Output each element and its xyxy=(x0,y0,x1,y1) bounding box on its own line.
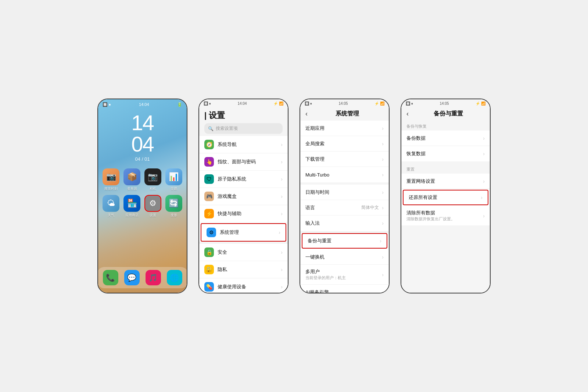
bd-arrow: › xyxy=(483,135,485,141)
sec-arrow: › xyxy=(281,249,283,255)
game-icon: 🎮 xyxy=(204,192,214,201)
item-reset-network[interactable]: 重置网络设置 › xyxy=(401,174,490,189)
status-right-sys: ⚡ 📶 xyxy=(374,101,384,106)
fingerprint-label: 指纹、面部与密码 xyxy=(218,158,279,165)
item-backup[interactable]: 备份与重置 › xyxy=(302,233,387,249)
restore-data-label: 恢复数据 xyxy=(406,150,481,157)
phone-home: 🔲 ♦ 14:04 🔋 1404 04 / 01 📷 闻觉时刻 📦 变形器 📷 … xyxy=(97,99,187,293)
sys-mgmt-title: 系统管理 xyxy=(311,110,384,118)
backup-content: 备份与恢复 备份数据 › 恢复数据 › 重置 重置网络设置 › 还 xyxy=(401,121,490,293)
settings-item-security[interactable]: 🔒 安全 › xyxy=(199,244,288,261)
settings-screen: 🔲 ♦ 14:04 ⚡ 📶 | 设置 🔍 搜索设置项 🧭 系统导航 › 👆 xyxy=(199,99,288,293)
sys-status-bar: 🔲 ♦ 14:05 ⚡ 📶 xyxy=(300,99,389,107)
settings-item-game[interactable]: 🎮 游戏魔盒 › xyxy=(199,188,288,205)
item-download[interactable]: 下载管理 › xyxy=(300,152,389,167)
ra-arrow: › xyxy=(481,195,483,200)
quick-label: 快捷与辅助 xyxy=(218,210,279,217)
language-value: 简体中文 xyxy=(361,204,379,211)
system-arrow: › xyxy=(279,229,280,235)
quick-arrow: › xyxy=(281,211,283,217)
back-button[interactable]: ‹ xyxy=(305,110,308,118)
settings-status-bar: 🔲 ♦ 14:04 ⚡ 📶 xyxy=(199,99,288,107)
clock-date: 04 / 01 xyxy=(98,156,187,162)
app-icon-transform[interactable]: 🔄 变形 xyxy=(165,195,182,218)
item-switch-phone[interactable]: 一键换机 › xyxy=(300,249,389,265)
recent-arrow: › xyxy=(382,125,384,131)
app-icon-settings[interactable]: ⚙ 设置 xyxy=(144,195,162,218)
dock-messages[interactable]: 💬 xyxy=(124,270,140,285)
app-icon-weather[interactable]: 🌤 天气 xyxy=(103,195,120,218)
settings-section-2: 🔒 安全 › 🔐 隐私 › 💊 健康使用设备 › 💾 运存与存储空间 xyxy=(199,244,288,293)
app-icon-transformer[interactable]: 📦 变形器 xyxy=(123,168,141,191)
status-right: ⚡ 📶 xyxy=(273,101,283,106)
status-time-bk: 14:05 xyxy=(440,101,449,106)
backup-header: ‹ 备份与重置 xyxy=(401,107,490,121)
settings-item-fingerprint[interactable]: 👆 指纹、面部与密码 › xyxy=(199,153,288,171)
item-restore-data[interactable]: 恢复数据 › xyxy=(401,146,490,161)
reset-section: 重置网络设置 › 还原所有设置 › 清除所有数据 清除数据并恢复出厂设置。 › xyxy=(401,174,490,225)
sys-top-section: 近期应用 › 全局搜索 › 下载管理 › Multi-Turbo › xyxy=(300,121,389,182)
status-left-icons: 🔲 ♦ xyxy=(103,102,111,107)
app-icon-camera[interactable]: 📷 相机 xyxy=(144,168,162,191)
item-backup-data[interactable]: 备份数据 › xyxy=(401,131,490,146)
input-label: 输入法 xyxy=(305,220,380,227)
settings-item-nav[interactable]: 🧭 系统导航 › xyxy=(199,136,288,153)
home-screen: 🔲 ♦ 14:04 🔋 1404 04 / 01 📷 闻觉时刻 📦 变形器 📷 … xyxy=(98,99,187,293)
dock-music[interactable]: 🎵 xyxy=(146,270,161,285)
home-dock: 📞 💬 🎵 🌐 xyxy=(98,267,187,288)
nav-arrow: › xyxy=(281,142,283,147)
item-input-method[interactable]: 输入法 › xyxy=(300,215,389,231)
phone-settings: 🔲 ♦ 14:04 ⚡ 📶 | 设置 🔍 搜索设置项 🧭 系统导航 › 👆 xyxy=(198,99,288,293)
settings-item-privacy[interactable]: 🛡 原子隐私系统 › xyxy=(199,171,288,188)
item-datetime[interactable]: 日期与时间 › xyxy=(300,185,389,200)
home-status-bar: 🔲 ♦ 14:04 🔋 xyxy=(98,99,187,108)
item-restore-all[interactable]: 还原所有设置 › xyxy=(403,190,488,205)
backup-status-bar: 🔲 ♦ 14:05 ⚡ 📶 xyxy=(401,99,490,107)
input-arrow: › xyxy=(382,220,384,226)
item-language[interactable]: 语言 简体中文 › xyxy=(300,200,389,215)
system-label: 系统管理 xyxy=(220,229,277,236)
switch-phone-label: 一键换机 xyxy=(305,254,380,260)
settings-item-system[interactable]: ⚙ 系统管理 › xyxy=(201,223,286,242)
backup-back-button[interactable]: ‹ xyxy=(406,110,409,118)
ai-arrow: › xyxy=(382,289,384,293)
settings-item-health[interactable]: 💊 健康使用设备 › xyxy=(199,278,288,293)
backup-arrow: › xyxy=(380,238,381,244)
app-icon-appstore[interactable]: 🏪 应用商店 xyxy=(123,195,141,218)
status-right-bk: ⚡ 📶 xyxy=(476,101,485,106)
download-label: 下载管理 xyxy=(305,156,380,163)
phone-system-mgmt: 🔲 ♦ 14:05 ⚡ 📶 ‹ 系统管理 近期应用 › 全局搜索 › 下载管理 xyxy=(300,99,390,293)
system-icon: ⚙ xyxy=(207,228,216,237)
item-clear-all[interactable]: 清除所有数据 清除数据并恢复出厂设置。 › xyxy=(401,206,490,225)
home-clock: 1404 04 / 01 xyxy=(98,108,187,163)
sys-mid-section: 日期与时间 › 语言 简体中文 › 输入法 › xyxy=(300,185,389,231)
item-multi-user[interactable]: 多用户 当前登录的用户：机主 › xyxy=(300,265,389,285)
item-multi-turbo[interactable]: Multi-Turbo › xyxy=(300,167,389,182)
dock-phone[interactable]: 📞 xyxy=(103,270,118,285)
item-global-search[interactable]: 全局搜索 › xyxy=(300,136,389,152)
item-recent-apps[interactable]: 近期应用 › xyxy=(300,121,389,136)
item-ai-service[interactable]: AI服务引擎 › xyxy=(300,285,389,293)
priv-arrow: › xyxy=(281,267,283,272)
search-bar[interactable]: 🔍 搜索设置项 xyxy=(204,123,283,134)
app-icon-gallery[interactable]: 📷 闻觉时刻 xyxy=(103,168,120,191)
rd-arrow: › xyxy=(483,151,485,157)
status-left-bk: 🔲 ♦ xyxy=(406,101,413,106)
multi-user-sub: 当前登录的用户：机主 xyxy=(305,275,380,281)
status-time-sys: 14:05 xyxy=(339,101,348,106)
app-grid: 📷 闻觉时刻 📦 变形器 📷 相机 📊 交易 🌤 天气 🏪 xyxy=(98,163,187,221)
settings-content: 🧭 系统导航 › 👆 指纹、面部与密码 › 🛡 原子隐私系统 › 🎮 游戏魔盒 xyxy=(199,136,288,293)
settings-item-quick[interactable]: ⚡ 快捷与辅助 › xyxy=(199,205,288,222)
health-icon: 💊 xyxy=(204,282,214,292)
security-icon: 🔒 xyxy=(204,247,214,257)
privacy-icon: 🛡 xyxy=(204,174,214,184)
private-label: 隐私 xyxy=(218,266,279,273)
status-left-sys: 🔲 ♦ xyxy=(305,101,312,106)
sys-bottom-section: 备份与重置 › 一键换机 › 多用户 当前登录的用户：机主 › AI服务引擎 › xyxy=(300,233,389,293)
dock-browser[interactable]: 🌐 xyxy=(167,270,182,285)
multi-turbo-label: Multi-Turbo xyxy=(305,172,380,178)
settings-item-private[interactable]: 🔐 隐私 › xyxy=(199,261,288,278)
app-icon-trade[interactable]: 📊 交易 xyxy=(165,168,182,191)
game-arrow: › xyxy=(281,193,283,199)
status-right-icons: 🔋 xyxy=(177,102,182,107)
